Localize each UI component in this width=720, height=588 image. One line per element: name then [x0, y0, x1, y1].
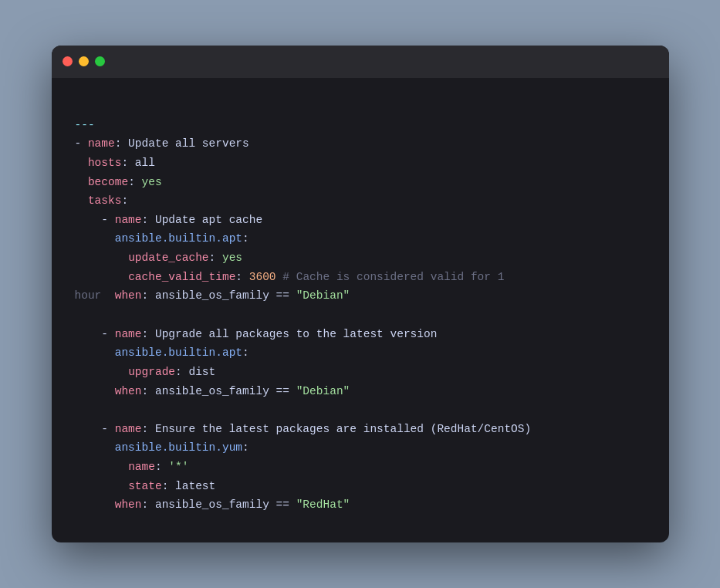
terminal-window: --- - name: Update all servers hosts: al…: [52, 46, 669, 542]
code-editor: --- - name: Update all servers hosts: al…: [52, 78, 669, 542]
task3-module-line: ansible.builtin.yum:: [75, 441, 249, 454]
titlebar: [52, 46, 669, 78]
task1-update-cache-line: update_cache: yes: [75, 252, 243, 264]
tasks-line: tasks:: [75, 194, 129, 207]
close-button[interactable]: [63, 56, 73, 66]
minimize-button[interactable]: [79, 56, 89, 66]
task3-when-line: when: ansible_os_family == "RedHat": [75, 498, 350, 511]
task1-name-line: - name: Update apt cache: [75, 214, 263, 226]
task3-name-val-line: name: '*': [75, 461, 189, 473]
task2-module-line: ansible.builtin.apt:: [75, 346, 249, 359]
hosts-line: hosts: all: [75, 157, 155, 169]
maximize-button[interactable]: [95, 56, 105, 66]
task2-upgrade-line: upgrade: dist: [75, 366, 216, 378]
task2-when-line: when: ansible_os_family == "Debian": [75, 385, 350, 397]
task1-cache-valid-line: cache_valid_time: 3600 # Cache is consid…: [75, 271, 505, 302]
task3-state-line: state: latest: [75, 480, 216, 492]
task2-name-line: - name: Upgrade all packages to the late…: [75, 328, 438, 340]
task3-name-line: - name: Ensure the latest packages are i…: [75, 423, 532, 435]
become-line: become: yes: [75, 176, 162, 188]
separator-line: ---: [75, 119, 95, 131]
task1-module-line: ansible.builtin.apt:: [75, 232, 249, 245]
play-name-line: - name: Update all servers: [75, 137, 249, 150]
